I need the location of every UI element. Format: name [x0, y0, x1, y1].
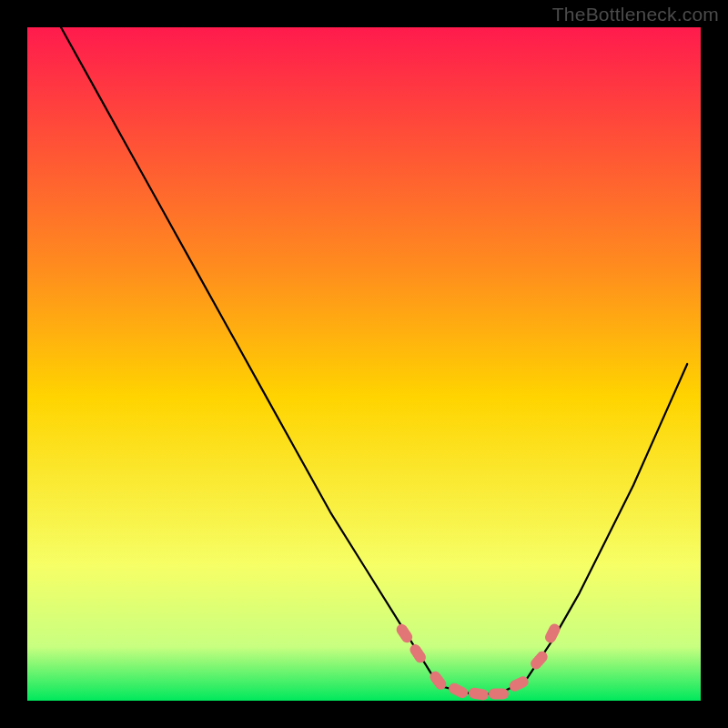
watermark-text: TheBottleneck.com [552, 4, 719, 25]
valley-marker [489, 689, 509, 700]
bottleneck-chart [0, 0, 728, 728]
chart-stage: { "watermark": "TheBottleneck.com", "col… [0, 0, 728, 728]
plot-background [27, 27, 701, 701]
